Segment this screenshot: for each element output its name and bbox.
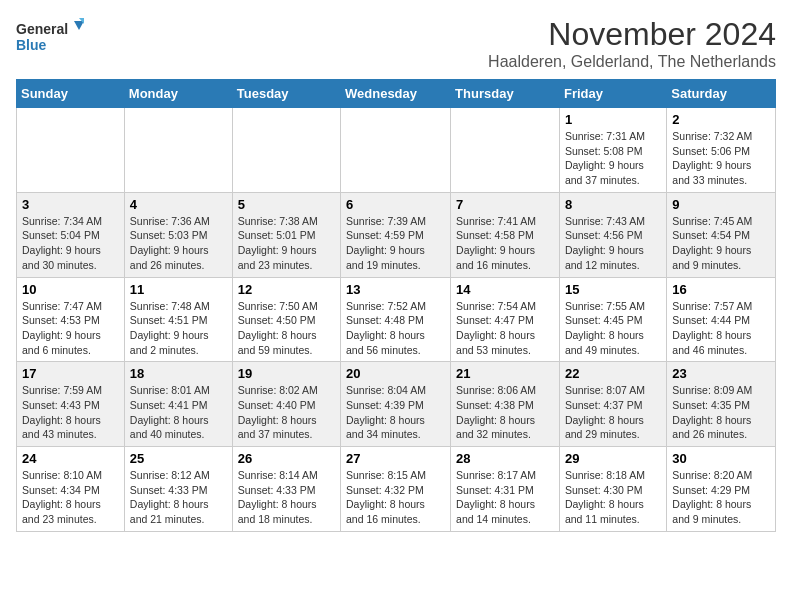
calendar-cell: 13Sunrise: 7:52 AM Sunset: 4:48 PM Dayli…	[341, 277, 451, 362]
day-info: Sunrise: 7:45 AM Sunset: 4:54 PM Dayligh…	[672, 214, 770, 273]
day-info: Sunrise: 7:36 AM Sunset: 5:03 PM Dayligh…	[130, 214, 227, 273]
day-number: 5	[238, 197, 335, 212]
calendar-cell: 17Sunrise: 7:59 AM Sunset: 4:43 PM Dayli…	[17, 362, 125, 447]
svg-text:Blue: Blue	[16, 37, 47, 53]
day-number: 1	[565, 112, 661, 127]
day-info: Sunrise: 8:20 AM Sunset: 4:29 PM Dayligh…	[672, 468, 770, 527]
day-info: Sunrise: 7:59 AM Sunset: 4:43 PM Dayligh…	[22, 383, 119, 442]
week-row-3: 10Sunrise: 7:47 AM Sunset: 4:53 PM Dayli…	[17, 277, 776, 362]
week-row-2: 3Sunrise: 7:34 AM Sunset: 5:04 PM Daylig…	[17, 192, 776, 277]
day-number: 15	[565, 282, 661, 297]
calendar-cell: 20Sunrise: 8:04 AM Sunset: 4:39 PM Dayli…	[341, 362, 451, 447]
day-number: 16	[672, 282, 770, 297]
calendar-cell: 27Sunrise: 8:15 AM Sunset: 4:32 PM Dayli…	[341, 447, 451, 532]
day-info: Sunrise: 8:17 AM Sunset: 4:31 PM Dayligh…	[456, 468, 554, 527]
day-info: Sunrise: 7:32 AM Sunset: 5:06 PM Dayligh…	[672, 129, 770, 188]
day-number: 29	[565, 451, 661, 466]
day-info: Sunrise: 8:14 AM Sunset: 4:33 PM Dayligh…	[238, 468, 335, 527]
day-number: 10	[22, 282, 119, 297]
day-info: Sunrise: 7:57 AM Sunset: 4:44 PM Dayligh…	[672, 299, 770, 358]
header-day-sunday: Sunday	[17, 80, 125, 108]
day-info: Sunrise: 8:01 AM Sunset: 4:41 PM Dayligh…	[130, 383, 227, 442]
day-number: 3	[22, 197, 119, 212]
week-row-1: 1Sunrise: 7:31 AM Sunset: 5:08 PM Daylig…	[17, 108, 776, 193]
subtitle: Haalderen, Gelderland, The Netherlands	[488, 53, 776, 71]
calendar-cell: 5Sunrise: 7:38 AM Sunset: 5:01 PM Daylig…	[232, 192, 340, 277]
calendar-cell: 6Sunrise: 7:39 AM Sunset: 4:59 PM Daylig…	[341, 192, 451, 277]
calendar-cell: 7Sunrise: 7:41 AM Sunset: 4:58 PM Daylig…	[451, 192, 560, 277]
day-number: 6	[346, 197, 445, 212]
calendar-cell: 1Sunrise: 7:31 AM Sunset: 5:08 PM Daylig…	[559, 108, 666, 193]
calendar-cell: 19Sunrise: 8:02 AM Sunset: 4:40 PM Dayli…	[232, 362, 340, 447]
logo: General Blue	[16, 16, 86, 61]
calendar-cell: 25Sunrise: 8:12 AM Sunset: 4:33 PM Dayli…	[124, 447, 232, 532]
day-info: Sunrise: 8:18 AM Sunset: 4:30 PM Dayligh…	[565, 468, 661, 527]
calendar-cell: 10Sunrise: 7:47 AM Sunset: 4:53 PM Dayli…	[17, 277, 125, 362]
day-info: Sunrise: 7:34 AM Sunset: 5:04 PM Dayligh…	[22, 214, 119, 273]
calendar-cell	[17, 108, 125, 193]
calendar-cell: 11Sunrise: 7:48 AM Sunset: 4:51 PM Dayli…	[124, 277, 232, 362]
day-number: 13	[346, 282, 445, 297]
day-number: 19	[238, 366, 335, 381]
calendar-cell: 18Sunrise: 8:01 AM Sunset: 4:41 PM Dayli…	[124, 362, 232, 447]
day-number: 11	[130, 282, 227, 297]
month-title: November 2024	[488, 16, 776, 53]
week-row-5: 24Sunrise: 8:10 AM Sunset: 4:34 PM Dayli…	[17, 447, 776, 532]
calendar-cell: 28Sunrise: 8:17 AM Sunset: 4:31 PM Dayli…	[451, 447, 560, 532]
calendar-cell: 14Sunrise: 7:54 AM Sunset: 4:47 PM Dayli…	[451, 277, 560, 362]
day-info: Sunrise: 7:54 AM Sunset: 4:47 PM Dayligh…	[456, 299, 554, 358]
calendar-cell: 23Sunrise: 8:09 AM Sunset: 4:35 PM Dayli…	[667, 362, 776, 447]
calendar-cell: 4Sunrise: 7:36 AM Sunset: 5:03 PM Daylig…	[124, 192, 232, 277]
calendar-cell: 29Sunrise: 8:18 AM Sunset: 4:30 PM Dayli…	[559, 447, 666, 532]
day-info: Sunrise: 8:07 AM Sunset: 4:37 PM Dayligh…	[565, 383, 661, 442]
calendar-cell: 15Sunrise: 7:55 AM Sunset: 4:45 PM Dayli…	[559, 277, 666, 362]
calendar-cell: 2Sunrise: 7:32 AM Sunset: 5:06 PM Daylig…	[667, 108, 776, 193]
day-info: Sunrise: 8:04 AM Sunset: 4:39 PM Dayligh…	[346, 383, 445, 442]
header-day-friday: Friday	[559, 80, 666, 108]
day-number: 18	[130, 366, 227, 381]
svg-text:General: General	[16, 21, 68, 37]
day-number: 8	[565, 197, 661, 212]
day-info: Sunrise: 7:39 AM Sunset: 4:59 PM Dayligh…	[346, 214, 445, 273]
calendar-cell	[451, 108, 560, 193]
calendar-cell	[124, 108, 232, 193]
header-day-wednesday: Wednesday	[341, 80, 451, 108]
day-info: Sunrise: 7:55 AM Sunset: 4:45 PM Dayligh…	[565, 299, 661, 358]
day-number: 26	[238, 451, 335, 466]
calendar-table: SundayMondayTuesdayWednesdayThursdayFrid…	[16, 79, 776, 532]
day-info: Sunrise: 8:12 AM Sunset: 4:33 PM Dayligh…	[130, 468, 227, 527]
calendar-cell: 26Sunrise: 8:14 AM Sunset: 4:33 PM Dayli…	[232, 447, 340, 532]
calendar-cell: 12Sunrise: 7:50 AM Sunset: 4:50 PM Dayli…	[232, 277, 340, 362]
day-info: Sunrise: 8:15 AM Sunset: 4:32 PM Dayligh…	[346, 468, 445, 527]
day-info: Sunrise: 7:47 AM Sunset: 4:53 PM Dayligh…	[22, 299, 119, 358]
day-info: Sunrise: 8:09 AM Sunset: 4:35 PM Dayligh…	[672, 383, 770, 442]
calendar-cell: 30Sunrise: 8:20 AM Sunset: 4:29 PM Dayli…	[667, 447, 776, 532]
calendar-cell: 21Sunrise: 8:06 AM Sunset: 4:38 PM Dayli…	[451, 362, 560, 447]
header-day-saturday: Saturday	[667, 80, 776, 108]
day-number: 14	[456, 282, 554, 297]
header-day-tuesday: Tuesday	[232, 80, 340, 108]
day-number: 24	[22, 451, 119, 466]
day-info: Sunrise: 7:31 AM Sunset: 5:08 PM Dayligh…	[565, 129, 661, 188]
calendar-cell: 16Sunrise: 7:57 AM Sunset: 4:44 PM Dayli…	[667, 277, 776, 362]
day-number: 25	[130, 451, 227, 466]
day-number: 27	[346, 451, 445, 466]
calendar-cell: 8Sunrise: 7:43 AM Sunset: 4:56 PM Daylig…	[559, 192, 666, 277]
day-number: 4	[130, 197, 227, 212]
header-day-thursday: Thursday	[451, 80, 560, 108]
calendar-cell: 22Sunrise: 8:07 AM Sunset: 4:37 PM Dayli…	[559, 362, 666, 447]
logo-svg: General Blue	[16, 16, 86, 61]
day-number: 20	[346, 366, 445, 381]
day-number: 28	[456, 451, 554, 466]
day-number: 17	[22, 366, 119, 381]
calendar-cell	[232, 108, 340, 193]
header-row: SundayMondayTuesdayWednesdayThursdayFrid…	[17, 80, 776, 108]
day-number: 2	[672, 112, 770, 127]
day-info: Sunrise: 7:41 AM Sunset: 4:58 PM Dayligh…	[456, 214, 554, 273]
day-number: 21	[456, 366, 554, 381]
day-info: Sunrise: 8:06 AM Sunset: 4:38 PM Dayligh…	[456, 383, 554, 442]
day-number: 22	[565, 366, 661, 381]
header-day-monday: Monday	[124, 80, 232, 108]
day-info: Sunrise: 8:02 AM Sunset: 4:40 PM Dayligh…	[238, 383, 335, 442]
day-info: Sunrise: 8:10 AM Sunset: 4:34 PM Dayligh…	[22, 468, 119, 527]
